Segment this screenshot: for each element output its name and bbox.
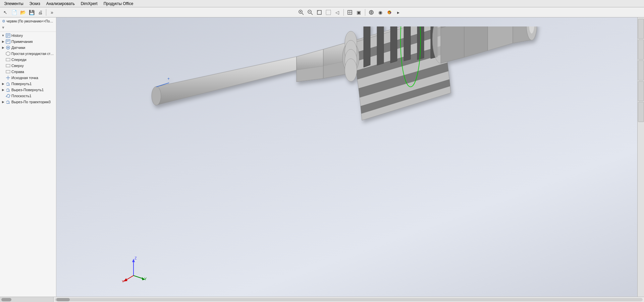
menu-office[interactable]: Продукты Office (101, 1, 136, 7)
right-panel-btn-5[interactable] (638, 102, 644, 122)
material-expand-icon[interactable] (1, 51, 5, 56)
svg-point-17 (390, 12, 391, 13)
material-icon (5, 51, 11, 56)
svg-line-1 (302, 13, 304, 15)
svg-rect-9 (326, 10, 331, 15)
cut-sweep3-icon (5, 99, 11, 105)
tree-cut-sweep3[interactable]: ▶ Вырез-По траектории3 (0, 99, 56, 105)
origin-label: Исходная точка (11, 76, 38, 80)
tree-plane1[interactable]: Плоскость1 (0, 93, 56, 99)
cut-revolve1-expand-icon[interactable]: ▶ (1, 87, 5, 92)
right-label: Справа (11, 70, 24, 74)
svg-text:+: + (167, 76, 170, 81)
sensors-expand-icon[interactable]: ▶ (1, 45, 5, 50)
toolbar-open-btn[interactable]: 📂 (19, 8, 27, 16)
right-panel-btn-3[interactable] (638, 60, 644, 80)
zoom-out-btn[interactable] (306, 8, 314, 16)
history-expand-icon[interactable]: ▼ (1, 33, 5, 38)
svg-marker-35 (6, 94, 10, 98)
toolbar-print-btn[interactable]: 🖨 (36, 8, 44, 16)
cut-sweep3-expand-icon[interactable]: ▶ (1, 100, 5, 104)
right-expand-icon[interactable] (1, 69, 5, 74)
notes-icon (5, 39, 11, 44)
origin-expand-icon[interactable] (1, 75, 5, 80)
svg-rect-30 (6, 70, 10, 73)
revolve1-expand-icon[interactable]: ▶ (1, 81, 5, 86)
main-area: ⚙ червяк (По умолчанию<<По у... ▼ ▼ Hist… (0, 17, 644, 297)
front-expand-icon[interactable] (1, 57, 5, 62)
notes-expand-icon[interactable]: ▶ (1, 39, 5, 44)
menu-sketch[interactable]: Эскиз (27, 1, 43, 7)
top-label: Сверху (11, 64, 24, 68)
svg-marker-27 (6, 52, 10, 56)
tree-history[interactable]: ▼ History (0, 33, 56, 39)
tree-sensors[interactable]: ▶ Датчики (0, 45, 56, 51)
prev-view-btn[interactable]: ◁ (333, 8, 341, 16)
menu-elements[interactable]: Элементы (1, 1, 26, 7)
svg-point-26 (7, 47, 9, 48)
main-toolbar: ↖ 📄 📂 💾 🖨 » ◁ ▣ ◉ ▸ (0, 7, 644, 17)
view-orient-btn[interactable] (346, 8, 354, 16)
plane1-icon (5, 93, 11, 99)
worm-gear-view: + (56, 17, 637, 297)
toolbar-save-btn[interactable]: 💾 (28, 8, 36, 16)
svg-text:X: X (122, 280, 124, 282)
menu-analyze[interactable]: Анализировать (44, 1, 77, 7)
section-view-btn[interactable]: ▣ (355, 8, 363, 16)
coordinate-axes: Z X Y (120, 255, 147, 283)
tree-cut-revolve1[interactable]: ▶ Вырез-Повернуть1 (0, 87, 56, 93)
sidebar-resize-handle[interactable] (54, 17, 56, 297)
tree-material[interactable]: Простая углеродистая сталь (0, 51, 56, 57)
display-style-btn[interactable] (367, 8, 375, 16)
cut-revolve1-icon (5, 87, 11, 93)
tree-revolve1[interactable]: ▶ Повернуть1 (0, 81, 56, 87)
svg-point-42 (345, 59, 357, 81)
bottom-bar (0, 297, 644, 302)
right-plane-icon (5, 69, 11, 74)
toolbar-more-btn[interactable]: » (48, 8, 56, 16)
tree-top[interactable]: Сверху (0, 63, 56, 69)
plane1-label: Плоскость1 (11, 94, 32, 98)
sidebar-scrollbar-thumb[interactable] (1, 298, 11, 301)
origin-icon (5, 75, 11, 80)
plane1-expand-icon[interactable] (1, 94, 5, 98)
sidebar-header: ⚙ червяк (По умолчанию<<По у... ▼ (0, 17, 56, 32)
main-scrollbar-thumb[interactable] (56, 298, 70, 301)
zoom-area-btn[interactable] (324, 8, 332, 16)
revolve1-label: Повернуть1 (11, 82, 32, 86)
part-name-item[interactable]: ⚙ червяк (По умолчанию<<По у... (1, 18, 55, 24)
tree-front[interactable]: Спереди (0, 57, 56, 63)
edit-appear-btn[interactable] (385, 8, 393, 16)
sensors-icon (5, 45, 11, 50)
part-name-label: червяк (По умолчанию<<По у... (6, 19, 54, 23)
right-panel-btn-2[interactable] (638, 40, 644, 60)
zoom-fit-btn[interactable] (315, 8, 323, 16)
svg-point-15 (388, 11, 389, 12)
svg-point-16 (389, 11, 390, 12)
top-expand-icon[interactable] (1, 63, 5, 68)
zoom-in-btn[interactable] (297, 8, 305, 16)
axis-svg: Z X Y (120, 255, 147, 282)
history-label: History (11, 34, 23, 38)
tree-notes[interactable]: ▶ Примечания (0, 39, 56, 45)
front-plane-icon (5, 57, 11, 62)
right-panel (637, 17, 644, 297)
toolbar-select-btn[interactable]: ↖ (1, 8, 9, 16)
feature-tree: ▼ History ▶ Примечания ▶ Датч (0, 32, 56, 297)
main-scrollbar-track[interactable] (55, 298, 643, 301)
filter-icon: ▼ (1, 25, 5, 29)
toolbar-sep3 (365, 9, 365, 16)
tree-right[interactable]: Справа (0, 69, 56, 75)
right-panel-btn-1[interactable] (638, 19, 644, 39)
toolbar-new-btn[interactable]: 📄 (10, 8, 18, 16)
more-view-btn[interactable]: ▸ (394, 8, 402, 16)
right-panel-btn-4[interactable] (638, 81, 644, 101)
menu-dimxpert[interactable]: DimXpert (78, 1, 100, 7)
svg-text:Z: Z (135, 256, 137, 260)
hide-show-btn[interactable]: ◉ (376, 8, 384, 16)
3d-viewport[interactable]: + Z X Y (56, 17, 637, 297)
sidebar: ⚙ червяк (По умолчанию<<По у... ▼ ▼ Hist… (0, 17, 56, 297)
svg-point-37 (152, 86, 161, 105)
history-icon (5, 33, 11, 38)
tree-origin[interactable]: Исходная точка (0, 75, 56, 81)
